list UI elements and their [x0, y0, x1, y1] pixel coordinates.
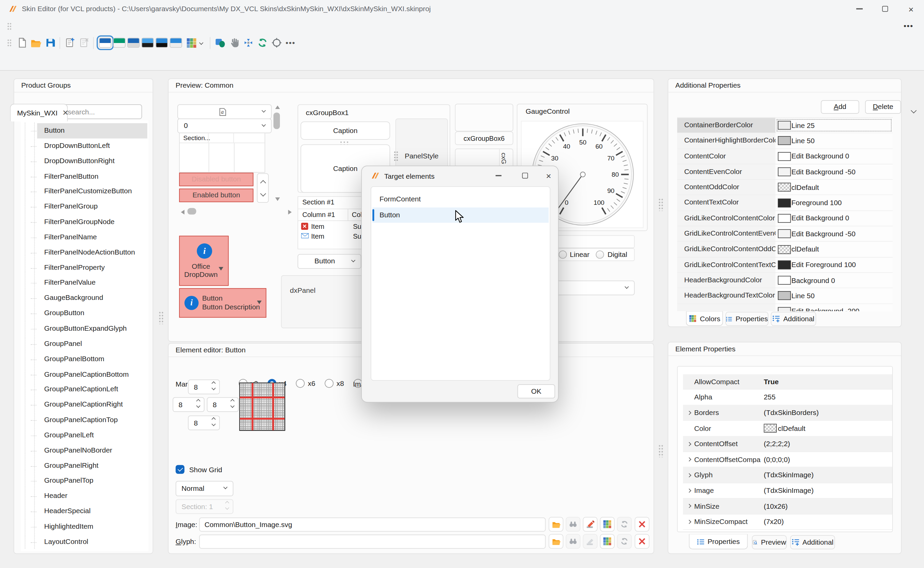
save-button[interactable] — [43, 36, 57, 50]
expand-icon[interactable] — [687, 457, 691, 461]
property-row[interactable]: Color clDefault — [683, 421, 893, 436]
spin-up-icon[interactable] — [211, 417, 216, 421]
tab-close-icon[interactable]: ✕ — [62, 108, 69, 117]
image-clear-button[interactable] — [635, 517, 649, 532]
horizontal-scroll-thumb[interactable] — [187, 208, 196, 215]
item-label[interactable]: Item — [311, 222, 349, 230]
skin-swatch-button[interactable] — [113, 38, 125, 48]
menu-overflow-icon[interactable]: ••• — [904, 21, 913, 30]
glyph-palette-button[interactable] — [600, 534, 614, 549]
glyph-clear-button[interactable] — [635, 534, 649, 549]
show-grid-option[interactable]: Show Grid — [176, 465, 222, 474]
digital-radio[interactable] — [596, 251, 604, 258]
zoom-radio-option[interactable]: x8 — [325, 379, 344, 388]
scroll-right-icon[interactable] — [288, 210, 291, 215]
expand-icon[interactable] — [687, 504, 691, 508]
scroll-up-icon[interactable] — [275, 106, 280, 109]
image-open-button[interactable] — [549, 517, 563, 532]
tab-additional[interactable]: Additional — [790, 535, 835, 549]
product-group-item[interactable]: Header — [37, 489, 148, 504]
tab-properties[interactable]: Properties — [725, 312, 768, 326]
color-property-row[interactable]: ContainerBorderColor Line 25 — [677, 118, 892, 133]
target-button[interactable] — [269, 36, 284, 50]
splitter-grip[interactable] — [159, 311, 164, 324]
scroll-down-icon[interactable] — [275, 197, 280, 201]
property-value[interactable]: (TdxSkinImage) — [764, 471, 892, 479]
color-property-row[interactable]: GridLikeControlContentEvenColor Edit Bac… — [677, 227, 892, 242]
center-view-button[interactable] — [241, 36, 255, 50]
spin-up-icon[interactable] — [211, 381, 216, 385]
tab-myskin-wxi[interactable]: MySkin_WXI ✕ — [10, 104, 68, 121]
preview-grid[interactable]: Section... — [179, 133, 265, 173]
color-property-row[interactable]: ContentOddColor clDefault — [677, 180, 892, 195]
property-value[interactable]: (TdxSkinBorders) — [764, 409, 892, 417]
toolbar-overflow-icon[interactable]: ••• — [283, 36, 297, 50]
property-value[interactable]: clDefault — [775, 242, 892, 257]
skin-swatch-button[interactable] — [156, 38, 168, 48]
product-group-item[interactable]: FilterPanelName — [37, 230, 148, 245]
item-label[interactable]: Item — [311, 233, 349, 240]
property-value[interactable]: Line 50 — [775, 133, 892, 148]
dialog-close-button[interactable]: × — [539, 166, 559, 185]
menu-item[interactable] — [47, 18, 57, 34]
spin-up-icon[interactable] — [231, 399, 234, 403]
product-group-item[interactable]: GroupPanelBottom — [37, 352, 148, 367]
caption-box[interactable]: Caption — [300, 121, 390, 140]
property-value[interactable]: clDefault — [764, 424, 892, 433]
property-row[interactable]: ContentOffsetCompa (0;0;0;0) — [683, 452, 893, 467]
menu-item[interactable] — [15, 18, 26, 34]
property-value[interactable]: Line 25 — [775, 118, 892, 133]
product-group-item[interactable]: FilterPanelGroup — [37, 199, 148, 215]
product-group-item[interactable]: Button — [37, 123, 148, 139]
color-property-row[interactable]: HeaderBackgroundColor Background 0 — [677, 273, 892, 289]
product-group-item[interactable]: FilterPanelCustomizeButton — [37, 184, 148, 199]
refresh-button[interactable] — [255, 36, 269, 50]
property-value[interactable]: 255 — [764, 393, 892, 401]
property-value[interactable]: True — [764, 378, 892, 385]
button-description-button[interactable]: i Button Button Description — [179, 288, 266, 317]
skin-swatch-button[interactable] — [169, 38, 182, 48]
margin-bottom-spinner[interactable]: 8 — [188, 415, 220, 430]
add-skin-button[interactable] — [63, 36, 77, 50]
glyph-open-button[interactable] — [549, 534, 563, 549]
property-value[interactable]: (7x20) — [764, 518, 892, 526]
product-group-item[interactable]: GroupPanelCaptionLeft — [37, 382, 148, 397]
palette-dropdown-icon[interactable] — [199, 41, 203, 45]
product-group-item[interactable]: FilterPanelButton — [37, 169, 148, 184]
margins-grid-image[interactable] — [239, 382, 285, 431]
open-file-button[interactable] — [29, 36, 43, 50]
product-group-item[interactable]: GroupPanelRight — [37, 458, 148, 474]
spin-down-icon[interactable] — [196, 404, 200, 408]
color-property-row[interactable]: ContentTextColor Foreground 100 — [677, 195, 892, 211]
menu-item[interactable] — [57, 18, 68, 34]
property-value[interactable]: Edit Background 0 — [775, 211, 892, 226]
enabled-button-preview[interactable]: Enabled button — [179, 189, 253, 202]
maximize-button[interactable] — [872, 0, 898, 18]
color-property-row[interactable]: ContentEvenColor Edit Background -50 — [677, 165, 892, 180]
spin-up-icon[interactable] — [196, 399, 200, 403]
remove-skin-button[interactable] — [77, 36, 91, 50]
toolbar-grip-icon[interactable] — [7, 39, 11, 47]
product-group-item[interactable]: HeaderSpecial — [37, 504, 148, 519]
linear-radio[interactable] — [559, 251, 567, 258]
property-row[interactable]: MinSize (10x26) — [683, 499, 893, 514]
property-value[interactable]: Edit Background -200 — [775, 304, 892, 311]
property-value[interactable]: (10x26) — [764, 502, 892, 510]
color-property-row[interactable]: HeaderBackgroundTextColor Line 50 — [677, 289, 892, 304]
property-row[interactable]: AllowCompact True — [683, 375, 893, 390]
property-row[interactable]: Alpha 255 — [683, 390, 893, 405]
spin-down-icon[interactable] — [211, 422, 216, 426]
office-dropdown-button[interactable]: i Office DropDown — [179, 236, 228, 286]
color-property-row[interactable]: ContainerHighlightBorderColor Line 50 — [677, 133, 892, 149]
skin-swatch-button[interactable] — [141, 38, 154, 48]
product-group-item[interactable]: FilterPanelNodeActionButton — [37, 245, 148, 260]
property-value[interactable]: (2;2;2;2) — [764, 440, 892, 448]
product-group-item[interactable]: HighlightedItem — [37, 519, 148, 535]
product-group-item[interactable]: FilterPanelGroupNode — [37, 215, 148, 230]
product-group-item[interactable]: DropDownButtonLeft — [37, 139, 148, 154]
tab-preview[interactable]: Preview — [752, 535, 787, 549]
drag-grip-icon[interactable] — [7, 22, 11, 30]
property-value[interactable]: Edit Background 0 — [775, 149, 892, 164]
property-value[interactable]: (TdxSkinImage) — [764, 486, 892, 494]
product-group-item[interactable]: GroupPanelNoBorder — [37, 443, 148, 458]
